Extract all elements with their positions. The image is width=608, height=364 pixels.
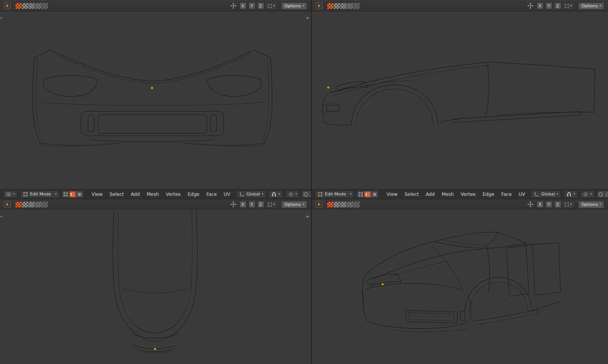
viewport-header-bottom-left: X Y Z ▾ Options▾ [0,199,311,209]
vertex-select-icon[interactable] [357,191,364,198]
proportional-editing-icon[interactable] [302,191,309,198]
axis-x-button[interactable]: X [240,2,247,9]
options-button[interactable]: Options▾ [578,201,604,208]
display-wire-icon[interactable] [346,201,353,208]
display-solid-icon[interactable] [22,201,29,208]
display-textured-icon[interactable] [327,3,334,9]
manipulator-icon[interactable] [230,3,236,9]
menu-select[interactable]: Select [404,192,419,197]
area-resize-widget[interactable]: ◂▸ [306,214,309,218]
object-origin [382,283,383,285]
display-solid-icon[interactable] [333,3,340,9]
display-material-icon[interactable] [340,201,347,208]
axis-z-button[interactable]: Z [554,201,561,208]
face-select-icon[interactable] [76,191,83,198]
viewport-top[interactable] [0,209,311,364]
display-material-icon[interactable] [28,201,35,208]
options-button[interactable]: Options▾ [578,2,604,10]
area-resize-widget[interactable]: ▸ [1,16,2,20]
menu-view[interactable]: View [92,192,103,197]
toolbar-toggle-icon[interactable] [4,2,11,9]
pivot-dropdown[interactable]: ▾ [562,201,575,208]
options-label: Options [581,202,598,207]
snap-dropdown[interactable]: ▾ [564,190,578,198]
pivot-dropdown[interactable]: ▾ [265,201,278,208]
viewport-perspective[interactable] [312,209,608,364]
proportional-falloff-icon[interactable] [604,191,608,198]
toolbar-toggle-icon[interactable] [316,2,323,9]
menu-face[interactable]: Face [501,192,512,197]
manipulator-icon[interactable] [230,201,236,207]
orientation-label: Global [541,192,555,197]
axis-x-button[interactable]: X [537,201,544,208]
menu-mesh[interactable]: Mesh [147,192,159,197]
display-bounds-icon[interactable] [41,201,48,208]
orientation-dropdown[interactable]: Global ▾ [531,190,561,198]
display-wire-icon[interactable] [35,201,42,208]
menu-vertex[interactable]: Vertex [166,192,181,197]
viewport-side[interactable] [312,12,608,189]
viewport-front[interactable] [0,12,311,189]
display-wire-icon[interactable] [35,3,42,9]
display-bounds-icon[interactable] [41,3,48,9]
toolbar-toggle-icon[interactable] [4,201,11,208]
menu-face[interactable]: Face [206,192,217,197]
mode-dropdown[interactable]: Edit Mode ▾ [315,190,354,198]
axis-y-button[interactable]: Y [248,201,255,208]
area-resize-widget[interactable]: ▸ [1,214,2,218]
editor-type-dropdown[interactable]: ▾ [3,190,17,198]
area-divider[interactable] [311,0,312,364]
snap-target-dropdown[interactable]: ▾ [580,190,594,198]
menu-select[interactable]: Select [110,192,124,197]
orientation-dropdown[interactable]: Global ▾ [236,190,266,198]
axis-z-button[interactable]: Z [257,201,264,208]
pivot-dropdown[interactable]: ▾ [562,2,575,10]
vertex-select-icon[interactable] [62,191,69,198]
dashed-square-icon [565,4,569,8]
pivot-dropdown[interactable]: ▾ [265,2,278,10]
axis-z-button[interactable]: Z [257,2,264,9]
edge-select-icon[interactable] [364,191,371,198]
toolbar-toggle-icon[interactable] [316,201,323,208]
options-button[interactable]: Options▾ [281,201,307,208]
proportional-editing-icon[interactable] [597,191,605,198]
play-arrow-icon [7,4,8,7]
menu-edge[interactable]: Edge [483,192,494,197]
display-bounds-icon[interactable] [353,201,360,208]
dashed-square-icon [268,4,272,8]
axis-y-button[interactable]: Y [248,2,255,9]
face-select-icon[interactable] [371,191,378,198]
display-textured-icon[interactable] [15,201,22,208]
axis-y-button[interactable]: Y [546,201,552,208]
viewport-header-top-left: X Y Z ▾ Options▾ [0,0,311,12]
menu-add[interactable]: Add [426,192,435,197]
menu-add[interactable]: Add [131,192,140,197]
axis-x-button[interactable]: X [240,201,247,208]
menu-edge[interactable]: Edge [187,192,199,197]
options-button[interactable]: Options▾ [281,2,307,10]
menu-view[interactable]: View [387,192,397,197]
menu-uv[interactable]: UV [518,192,525,197]
manipulator-icon[interactable] [527,3,534,9]
display-textured-icon[interactable] [15,3,22,9]
display-material-icon[interactable] [28,3,35,9]
axis-z-button[interactable]: Z [554,2,561,9]
mode-dropdown[interactable]: Edit Mode ▾ [20,190,59,198]
snap-magnet-icon [271,192,277,197]
menu-mesh[interactable]: Mesh [442,192,454,197]
menu-vertex[interactable]: Vertex [461,192,476,197]
display-solid-icon[interactable] [333,201,340,208]
display-material-icon[interactable] [340,3,347,9]
snap-target-dropdown[interactable]: ▾ [285,190,300,198]
edge-select-icon[interactable] [69,191,76,198]
axis-y-button[interactable]: Y [546,2,552,9]
display-solid-icon[interactable] [22,3,29,9]
snap-dropdown[interactable]: ▾ [269,190,283,198]
display-textured-icon[interactable] [327,201,334,208]
area-resize-widget[interactable]: ◂▸ [306,16,309,20]
menu-uv[interactable]: UV [224,192,230,197]
axis-x-button[interactable]: X [537,2,544,9]
display-bounds-icon[interactable] [353,3,360,9]
manipulator-icon[interactable] [527,201,534,207]
display-wire-icon[interactable] [346,3,353,9]
